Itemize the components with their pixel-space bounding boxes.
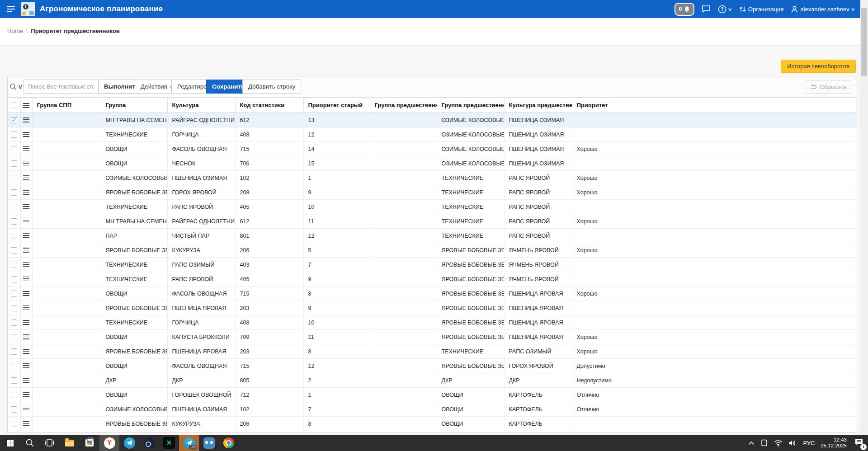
telegram-button[interactable]: [119, 435, 139, 451]
table-cell[interactable]: [572, 127, 856, 142]
table-cell[interactable]: КАПУСТА БРОККОЛИ: [167, 330, 235, 344]
table-row[interactable]: ТЕХНИЧЕСКИЕГОРЧИЦА40810ЯРОВЫЕ БОБОВЫЕ ЗЕ…: [8, 315, 856, 330]
table-cell[interactable]: ДКР: [167, 373, 235, 388]
column-header[interactable]: Культура предшественник: [504, 98, 572, 113]
table-row[interactable]: ОВОЩИФАСОЛЬ ОВОЩНАЯ71512ЯРОВЫЕ БОБОВЫЕ З…: [8, 359, 856, 373]
row-menu-icon[interactable]: [23, 146, 29, 152]
table-cell[interactable]: 102: [235, 171, 303, 185]
table-cell[interactable]: ГОРЧИЦА: [167, 315, 235, 330]
table-cell[interactable]: [32, 200, 101, 214]
column-header[interactable]: Приоритет: [572, 98, 856, 113]
row-menu-icon[interactable]: [23, 363, 29, 369]
row-checkbox[interactable]: [11, 160, 17, 167]
row-checkbox[interactable]: [11, 117, 17, 123]
history-button[interactable]: История севооборотов: [781, 60, 856, 73]
volume-button[interactable]: [788, 440, 797, 446]
search-input[interactable]: [24, 80, 99, 94]
table-row[interactable]: ОЗИМЫЕ КОЛОСОВЫЕПШЕНИЦА ОЗИМАЯ1021ТЕХНИЧ…: [8, 171, 856, 185]
table-cell[interactable]: [32, 417, 101, 431]
table-cell[interactable]: [32, 185, 101, 200]
table-cell[interactable]: 1: [303, 388, 370, 402]
table-cell[interactable]: РАПС ЯРОВОЙ: [504, 200, 572, 214]
table-cell[interactable]: РАПС ЯРОВОЙ: [504, 229, 572, 243]
table-cell[interactable]: [32, 258, 101, 272]
table-cell[interactable]: РАЙГРАС ОДНОЛЕТНИЙ: [167, 113, 235, 127]
table-cell[interactable]: РАПС ЯРОВОЙ: [504, 171, 572, 185]
table-cell[interactable]: ТЕХНИЧЕСКИЕ: [437, 200, 504, 214]
table-cell[interactable]: Отлично: [572, 388, 856, 402]
table-cell[interactable]: ТЕХНИЧЕСКИЕ: [437, 171, 504, 185]
table-cell[interactable]: ГОРЧИЦА: [167, 127, 235, 142]
table-cell[interactable]: ПШЕНИЦА ОЗИМАЯ: [167, 402, 235, 417]
column-header[interactable]: Культура: [167, 98, 235, 113]
table-cell[interactable]: Хорошо: [572, 344, 856, 359]
table-cell[interactable]: ОВОЩИ: [101, 142, 167, 156]
table-cell[interactable]: ЯЧМЕНЬ ЯРОВОЙ: [504, 258, 572, 272]
table-cell[interactable]: [370, 402, 437, 417]
table-cell[interactable]: 7: [303, 402, 370, 417]
table-row[interactable]: ТЕХНИЧЕСКИЕРАПС ЯРОВОЙ4059ЯРОВЫЕ БОБОВЫЕ…: [8, 272, 856, 287]
table-cell[interactable]: ЯРОВЫЕ БОБОВЫЕ ЗЕРНОВ...: [101, 301, 167, 315]
table-cell[interactable]: [32, 344, 101, 359]
table-cell[interactable]: ТЕХНИЧЕСКИЕ: [101, 258, 167, 272]
table-row[interactable]: МН ТРАВЫ НА СЕМЕНАРАЙГРАС ОДНОЛЕТНИЙ6121…: [8, 113, 856, 127]
table-cell[interactable]: 7: [303, 258, 370, 272]
table-cell[interactable]: [32, 156, 101, 171]
column-header[interactable]: Код статистики: [235, 98, 303, 113]
table-cell[interactable]: [370, 287, 437, 301]
table-cell[interactable]: ОЗИМЫЕ КОЛОСОВЫЕ: [437, 156, 504, 171]
table-cell[interactable]: ЯРОВЫЕ БОБОВЫЕ ЗЕРНОВ...: [437, 243, 504, 258]
table-cell[interactable]: [370, 417, 437, 431]
row-menu-icon[interactable]: [23, 305, 29, 311]
table-cell[interactable]: [370, 185, 437, 200]
table-cell[interactable]: КУКУРУЗА: [167, 243, 235, 258]
dark-app-button[interactable]: ✕: [159, 435, 179, 451]
table-cell[interactable]: КУКУРУЗА: [167, 417, 235, 431]
table-cell[interactable]: ДКР: [101, 373, 167, 388]
table-row[interactable]: ЯРОВЫЕ БОБОВЫЕ ЗЕРНОВ...ПШЕНИЦА ЯРОВАЯ20…: [8, 301, 856, 315]
table-cell[interactable]: ЯРОВЫЕ БОБОВЫЕ ЗЕРНОВ...: [101, 417, 167, 431]
row-checkbox[interactable]: [11, 233, 17, 239]
table-cell[interactable]: 208: [235, 185, 303, 200]
table-cell[interactable]: РАПС ЯРОВОЙ: [167, 272, 235, 287]
row-menu-icon[interactable]: [23, 421, 29, 427]
table-cell[interactable]: [370, 315, 437, 330]
scrollbar-thumb[interactable]: [861, 8, 867, 76]
table-cell[interactable]: ТЕХНИЧЕСКИЕ: [101, 315, 167, 330]
row-checkbox[interactable]: [11, 392, 17, 398]
row-checkbox[interactable]: [11, 146, 17, 152]
table-cell[interactable]: [370, 359, 437, 373]
table-cell[interactable]: 9: [303, 185, 370, 200]
table-row[interactable]: ОВОЩИФАСОЛЬ ОВОЩНАЯ71514ОЗИМЫЕ КОЛОСОВЫЕ…: [8, 142, 856, 156]
column-header[interactable]: Приоритет старый: [303, 98, 370, 113]
organization-button[interactable]: Организация: [739, 5, 783, 13]
table-cell[interactable]: [370, 156, 437, 171]
column-header[interactable]: Группа предшественник: [370, 98, 437, 113]
row-menu-icon[interactable]: [23, 378, 29, 383]
table-cell[interactable]: ОВОЩИ: [437, 417, 504, 431]
table-cell[interactable]: [32, 171, 101, 185]
table-cell[interactable]: 11: [303, 214, 370, 229]
table-cell[interactable]: [572, 229, 856, 243]
table-cell[interactable]: 9: [303, 272, 370, 287]
table-cell[interactable]: 715: [235, 359, 303, 373]
table-cell[interactable]: 405: [235, 200, 303, 214]
table-row[interactable]: ЯРОВЫЕ БОБОВЫЕ ЗЕРНОВ...ГОРОХ ЯРОВОЙ2089…: [8, 185, 856, 200]
table-cell[interactable]: ТЕХНИЧЕСКИЕ: [101, 200, 167, 214]
table-cell[interactable]: ЯЧМЕНЬ ЯРОВОЙ: [504, 272, 572, 287]
row-menu-icon[interactable]: [23, 262, 29, 268]
table-cell[interactable]: [370, 171, 437, 185]
row-checkbox[interactable]: [11, 291, 17, 297]
file-explorer-button[interactable]: [60, 435, 80, 451]
table-cell[interactable]: [370, 388, 437, 402]
tray-display-button[interactable]: [760, 439, 768, 446]
table-cell[interactable]: [370, 272, 437, 287]
column-header[interactable]: Группа: [101, 98, 167, 113]
row-menu-icon[interactable]: [23, 248, 29, 253]
table-cell[interactable]: 206: [235, 417, 303, 431]
help-menu[interactable]: ? ∨: [718, 5, 731, 14]
table-cell[interactable]: 5: [303, 243, 370, 258]
table-cell[interactable]: 12: [303, 359, 370, 373]
row-menu-icon[interactable]: [23, 334, 29, 340]
user-menu[interactable]: alexander.sazhnev ∨: [791, 5, 854, 13]
